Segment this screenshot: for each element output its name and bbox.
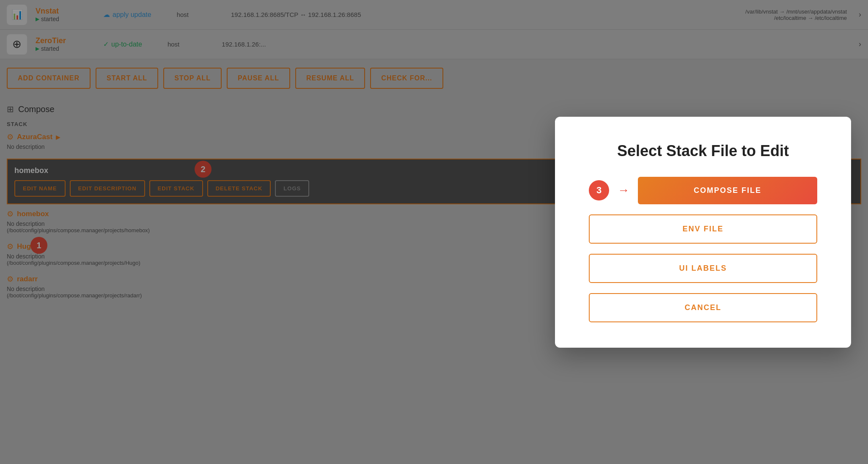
env-file-button[interactable]: ENV FILE [589,214,817,244]
step-badge-3: 3 [589,180,609,200]
select-stack-file-modal: Select Stack File to Edit 3 → COMPOSE FI… [555,117,851,348]
modal-title: Select Stack File to Edit [617,142,789,160]
compose-file-button[interactable]: COMPOSE FILE [638,177,817,204]
modal-overlay: Select Stack File to Edit 3 → COMPOSE FI… [0,0,868,464]
cancel-button[interactable]: CANCEL [589,293,817,322]
ui-labels-button[interactable]: UI LABELS [589,254,817,283]
compose-file-row: 3 → COMPOSE FILE [589,177,817,204]
arrow-right-icon: → [618,184,629,197]
